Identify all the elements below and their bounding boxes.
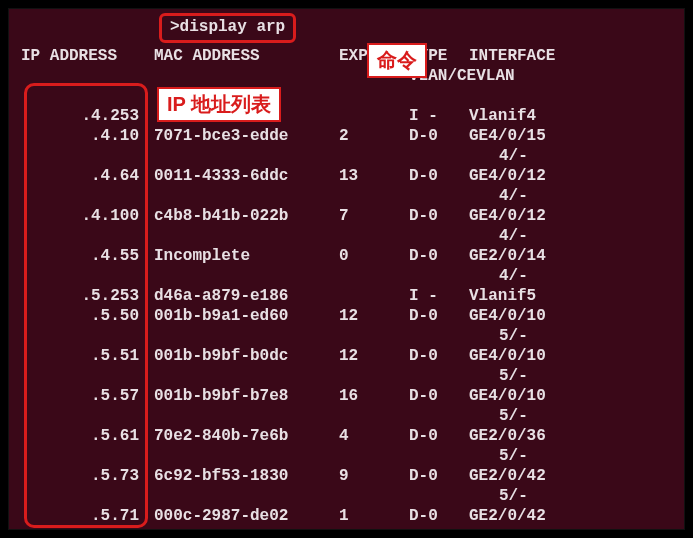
cell-vlan: 5/- (469, 407, 549, 427)
table-row-vlan: 5/- (19, 447, 674, 467)
table-row: .4.640011-4333-6ddc13D-0GE4/0/12 (19, 167, 674, 187)
cell-interface: GE2/0/14 (469, 247, 589, 267)
cell-mac: 6c92-bf53-1830 (154, 467, 339, 487)
table-row: .5.50001b-b9a1-ed6012D-0GE4/0/10 (19, 307, 674, 327)
cell-type: D-0 (409, 347, 469, 367)
cell-exp: 9 (339, 467, 409, 487)
annotation-command: 命令 (367, 43, 427, 78)
cell-mac: 001b-b9bf-b7e8 (154, 387, 339, 407)
cell-vlan: 5/- (469, 487, 549, 507)
table-row: .4.55Incomplete0D-0GE2/0/14 (19, 247, 674, 267)
table-header-row: IP ADDRESS MAC ADDRESS EXP TYPE INTERFAC… (19, 47, 674, 67)
table-row: .5.736c92-bf53-18309D-0GE2/0/42 (19, 467, 674, 487)
table-row: .5.253d46a-a879-e186I -Vlanif5 (19, 287, 674, 307)
annotation-ip-list: IP 地址列表 (157, 87, 281, 122)
cell-exp: 2 (339, 127, 409, 147)
table-row-vlan: 5/- (19, 327, 674, 347)
cell-type: D-0 (409, 387, 469, 407)
cell-vlan: 4/- (469, 147, 549, 167)
cell-exp: 7 (339, 207, 409, 227)
cell-ip: .4.253 (19, 107, 154, 127)
cell-exp: 4 (339, 427, 409, 447)
table-row-vlan: 5/- (19, 487, 674, 507)
cell-mac: 001b-b9bf-b0dc (154, 347, 339, 367)
cell-vlan: 4/- (469, 187, 549, 207)
cell-interface: GE2/0/42 (469, 467, 589, 487)
table-row-vlan: 5/- (19, 367, 674, 387)
table-row-vlan: 4/- (19, 187, 674, 207)
cell-mac: 001b-b9a1-ed60 (154, 307, 339, 327)
cell-interface: GE2/0/42 (469, 507, 589, 527)
cell-type: D-0 (409, 247, 469, 267)
cell-interface: GE4/0/10 (469, 387, 589, 407)
cell-exp: 12 (339, 307, 409, 327)
cell-mac: d46a-a879-e186 (154, 287, 339, 307)
cell-exp (339, 107, 409, 127)
cell-interface: GE2/0/36 (469, 427, 589, 447)
cell-ip: .5.57 (19, 387, 154, 407)
cell-type: I - (409, 287, 469, 307)
cell-mac: 000c-2987-de02 (154, 507, 339, 527)
cell-exp: 0 (339, 247, 409, 267)
cell-vlan: 4/- (469, 267, 549, 287)
arp-table-body: .4.253I -Vlanif4.4.107071-bce3-edde2D-0G… (19, 107, 674, 527)
table-row-vlan: 5/- (19, 407, 674, 427)
cell-type: D-0 (409, 467, 469, 487)
cell-ip: .4.10 (19, 127, 154, 147)
cell-exp: 16 (339, 387, 409, 407)
cell-vlan: 5/- (469, 327, 549, 347)
cell-type: D-0 (409, 167, 469, 187)
header-interface: INTERFACE (469, 47, 589, 67)
header-vlan: VLAN/CEVLAN (409, 67, 549, 87)
table-row-vlan: 4/- (19, 267, 674, 287)
table-row: .5.6170e2-840b-7e6b4D-0GE2/0/36 (19, 427, 674, 447)
table-row: .4.253I -Vlanif4 (19, 107, 674, 127)
cell-vlan: 4/- (469, 227, 549, 247)
cell-vlan: 5/- (469, 447, 549, 467)
cell-type: I - (409, 107, 469, 127)
cell-type: D-0 (409, 127, 469, 147)
cell-exp (339, 287, 409, 307)
cell-interface: GE4/0/10 (469, 347, 589, 367)
cell-mac: c4b8-b41b-022b (154, 207, 339, 227)
cell-mac: 7071-bce3-edde (154, 127, 339, 147)
table-row: .5.71000c-2987-de021D-0GE2/0/42 (19, 507, 674, 527)
cell-vlan: 5/- (469, 367, 549, 387)
cell-ip: .4.55 (19, 247, 154, 267)
cell-interface: Vlanif5 (469, 287, 589, 307)
command-text: >display arp (170, 18, 285, 36)
cell-type: D-0 (409, 207, 469, 227)
cell-type: D-0 (409, 507, 469, 527)
cell-ip: .5.51 (19, 347, 154, 367)
cell-interface: Vlanif4 (469, 107, 589, 127)
cell-ip: .5.61 (19, 427, 154, 447)
cell-exp: 1 (339, 507, 409, 527)
header-mac: MAC ADDRESS (154, 47, 339, 67)
cell-ip: .5.73 (19, 467, 154, 487)
cell-exp: 13 (339, 167, 409, 187)
table-subheader-row: VLAN/CEVLAN (19, 67, 674, 87)
cell-interface: GE4/0/10 (469, 307, 589, 327)
cell-ip: .4.100 (19, 207, 154, 227)
cell-ip: .5.50 (19, 307, 154, 327)
table-row-vlan: 4/- (19, 227, 674, 247)
cell-mac: 0011-4333-6ddc (154, 167, 339, 187)
cell-interface: GE4/0/15 (469, 127, 589, 147)
table-row-vlan: 4/- (19, 147, 674, 167)
cell-ip: .5.71 (19, 507, 154, 527)
header-ip: IP ADDRESS (19, 47, 154, 67)
cell-ip: .5.253 (19, 287, 154, 307)
cell-type: D-0 (409, 307, 469, 327)
table-row: .4.100c4b8-b41b-022b7D-0GE4/0/12 (19, 207, 674, 227)
table-row: .5.51001b-b9bf-b0dc12D-0GE4/0/10 (19, 347, 674, 367)
cell-interface: GE4/0/12 (469, 167, 589, 187)
table-row: .4.107071-bce3-edde2D-0GE4/0/15 (19, 127, 674, 147)
command-highlight-box: >display arp (159, 13, 296, 43)
cell-type: D-0 (409, 427, 469, 447)
cell-ip: .4.64 (19, 167, 154, 187)
cell-mac: Incomplete (154, 247, 339, 267)
terminal-window[interactable]: >display arp 命令 IP 地址列表 IP ADDRESS MAC A… (8, 8, 685, 530)
cell-exp: 12 (339, 347, 409, 367)
cell-mac: 70e2-840b-7e6b (154, 427, 339, 447)
cell-interface: GE4/0/12 (469, 207, 589, 227)
